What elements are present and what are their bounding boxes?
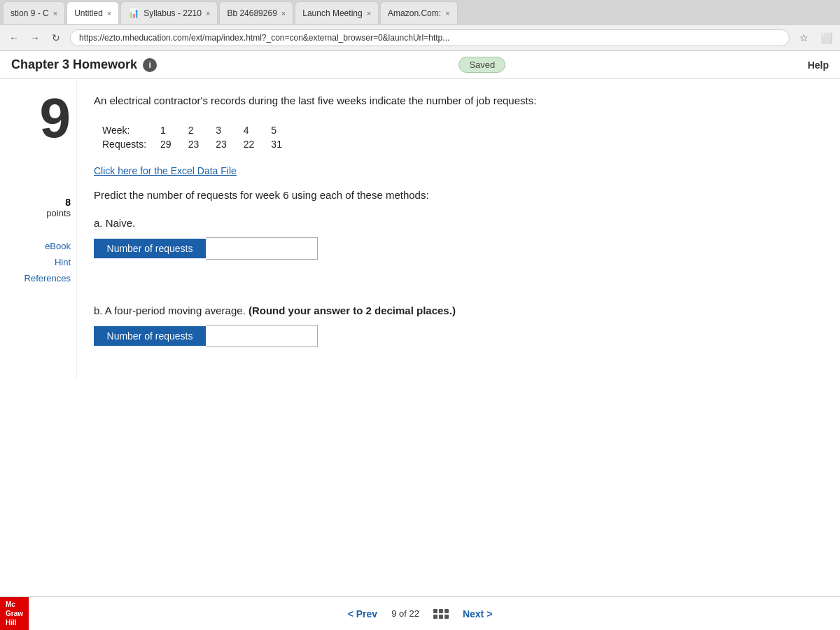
sidebar: 9 8 points eBook Hint References <box>0 79 77 378</box>
logo-line1: Mc <box>6 600 23 609</box>
part-a-input-group: Number of requests <box>94 237 823 260</box>
number-of-requests-input-a[interactable] <box>206 237 318 260</box>
forward-button[interactable]: → <box>27 29 43 46</box>
page-indicator: 9 of 22 <box>391 608 419 619</box>
number-of-requests-button-a[interactable]: Number of requests <box>94 239 206 258</box>
week-val-5: 5 <box>262 123 290 137</box>
tab-label: Launch Meeting <box>302 8 362 18</box>
tab-untitled[interactable]: Untitled × <box>66 1 119 24</box>
question-number: 9 <box>40 90 71 146</box>
data-table: Week: 1 2 3 4 5 Requests: 29 23 23 22 31 <box>94 123 823 151</box>
part-b-bold: (Round your answer to 2 decimal places.) <box>248 304 456 316</box>
part-b-plain: b. A four-period moving average. <box>94 304 246 316</box>
week-val-3: 3 <box>207 123 235 137</box>
address-bar: ← → ↻ ☆ ⬜ <box>0 25 840 50</box>
tab-close-icon[interactable]: × <box>445 9 449 18</box>
tab-label: Amazon.Com: <box>388 8 441 18</box>
number-of-requests-button-b[interactable]: Number of requests <box>94 326 206 346</box>
requests-val-3: 23 <box>207 137 235 151</box>
ebook-link[interactable]: eBook <box>45 241 71 251</box>
requests-label: Requests: <box>94 137 152 151</box>
week-val-2: 2 <box>180 123 208 137</box>
bottom-nav: < Prev 9 of 22 Next > <box>0 596 840 630</box>
requests-val-2: 23 <box>180 137 208 151</box>
info-icon[interactable]: i <box>143 58 157 72</box>
table-row-requests: Requests: 29 23 23 22 31 <box>94 137 290 151</box>
tab-label: Syllabus - 2210 <box>144 8 202 18</box>
tab-launch-meeting[interactable]: Launch Meeting × <box>295 1 379 24</box>
tab-question9[interactable]: stion 9 - C × <box>3 1 65 24</box>
reload-button[interactable]: ↻ <box>48 29 64 46</box>
bookmark-icon[interactable]: ☆ <box>795 29 812 46</box>
tab-close-icon[interactable]: × <box>53 9 57 18</box>
part-b-input-group: Number of requests <box>94 325 823 347</box>
references-link[interactable]: References <box>24 273 71 284</box>
sidebar-links: eBook Hint References <box>24 241 71 284</box>
requests-val-1: 29 <box>152 137 180 151</box>
back-button[interactable]: ← <box>6 29 22 46</box>
tab-close-icon[interactable]: × <box>206 9 210 18</box>
tab-close-icon[interactable]: × <box>281 9 286 18</box>
part-b-text: b. A four-period moving average. (Round … <box>94 304 823 316</box>
tab-label: Untitled <box>74 8 103 18</box>
page-content: Chapter 3 Homework i Saved Help 9 8 poin… <box>0 51 840 630</box>
saved-badge: Saved <box>458 57 505 73</box>
mcgraw-hill-logo: Mc Graw Hill <box>0 597 29 630</box>
extensions-icon[interactable]: ⬜ <box>818 29 834 46</box>
week-val-1: 1 <box>152 123 180 137</box>
content-area: 9 8 points eBook Hint References An elec… <box>0 79 840 378</box>
tab-close-icon[interactable]: × <box>367 9 371 18</box>
table-row-week: Week: 1 2 3 4 5 <box>94 123 290 137</box>
requests-val-5: 31 <box>262 137 290 151</box>
tab-bar: stion 9 - C × Untitled × 📊 Syllabus - 22… <box>0 0 840 25</box>
help-link[interactable]: Help <box>808 59 829 71</box>
part-a-label: a. Naive. <box>94 217 823 229</box>
page-title: Chapter 3 Homework <box>11 57 137 72</box>
logo-line2: Graw <box>6 609 23 618</box>
tab-close-icon[interactable]: × <box>107 9 111 18</box>
tab-bb[interactable]: Bb 24689269 × <box>219 1 293 24</box>
question-text: An electrical contractor's records durin… <box>94 93 823 109</box>
browser-chrome: stion 9 - C × Untitled × 📊 Syllabus - 22… <box>0 0 840 51</box>
part-b: b. A four-period moving average. (Round … <box>94 304 823 347</box>
part-a: a. Naive. Number of requests <box>94 217 823 260</box>
url-bar[interactable] <box>70 29 790 46</box>
page-header: Chapter 3 Homework i Saved Help <box>0 51 840 79</box>
hint-link[interactable]: Hint <box>55 257 71 267</box>
logo-line3: Hill <box>6 618 23 627</box>
tab-label: Bb 24689269 <box>227 8 276 18</box>
requests-val-4: 22 <box>235 137 263 151</box>
tab-amazon[interactable]: Amazon.Com: × <box>380 1 457 24</box>
week-val-4: 4 <box>235 123 263 137</box>
next-button[interactable]: Next > <box>463 608 492 620</box>
tab-icon: 📊 <box>128 8 139 18</box>
points-label: points <box>46 208 71 218</box>
excel-data-link[interactable]: Click here for the Excel Data File <box>94 165 823 176</box>
tab-syllabus[interactable]: 📊 Syllabus - 2210 × <box>120 1 218 24</box>
tab-label: stion 9 - C <box>10 8 49 18</box>
points-value: 8 <box>46 197 71 208</box>
predict-text: Predict the number of requests for week … <box>94 188 823 204</box>
week-label: Week: <box>94 123 152 137</box>
main-content: An electrical contractor's records durin… <box>77 79 840 378</box>
number-of-requests-input-b[interactable] <box>206 325 318 347</box>
prev-button[interactable]: < Prev <box>348 608 377 620</box>
grid-icon <box>433 609 449 619</box>
